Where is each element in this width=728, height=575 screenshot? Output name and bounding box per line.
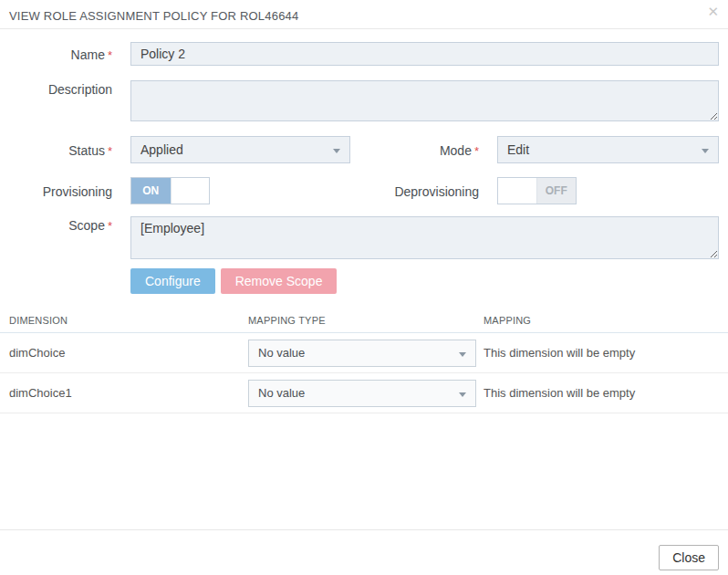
mapping-value: This dimension will be empty (484, 346, 719, 360)
required-asterisk: * (474, 144, 479, 158)
mapping-type-selected-value: No value (258, 346, 305, 360)
scope-row: Scope* [Employee] (0, 216, 719, 259)
close-button[interactable]: Close (659, 545, 719, 570)
status-mode-row: Status* Applied Mode* Edit (0, 136, 719, 163)
description-label: Description (0, 80, 112, 97)
required-asterisk: * (108, 48, 112, 62)
toggle-knob (498, 178, 537, 204)
required-asterisk: * (108, 219, 112, 233)
mode-label: Mode* (369, 141, 479, 158)
table-row: dimChoice1 No value This dimension will … (0, 373, 728, 413)
provisioning-row: Provisioning ON Deprovisioning OFF (0, 177, 719, 204)
mapping-type-selected-value: No value (258, 386, 305, 400)
scope-label: Scope* (0, 216, 112, 233)
dimension-name: dimChoice (9, 346, 248, 360)
chevron-down-icon (459, 392, 466, 397)
role-assignment-policy-modal: VIEW ROLE ASSIGNMENT POLICY FOR ROL46644… (0, 0, 728, 575)
remove-scope-button[interactable]: Remove Scope (221, 268, 338, 294)
toggle-on-label: ON (131, 178, 171, 204)
name-label: Name* (0, 46, 112, 62)
mapping-type-select[interactable]: No value (248, 340, 476, 367)
mapping-value: This dimension will be empty (484, 386, 719, 400)
toggle-knob (171, 178, 210, 204)
column-header-dimension: DIMENSION (9, 315, 248, 326)
description-row: Description (0, 80, 719, 121)
column-header-mapping-type: MAPPING TYPE (248, 315, 484, 326)
chevron-down-icon (702, 149, 709, 153)
mode-selected-value: Edit (507, 142, 529, 157)
status-select[interactable]: Applied (130, 136, 350, 163)
description-textarea[interactable] (130, 80, 719, 121)
chevron-down-icon (333, 149, 340, 153)
scope-textarea[interactable]: [Employee] (130, 216, 719, 259)
mapping-type-select[interactable]: No value (248, 380, 476, 407)
table-header: DIMENSION MAPPING TYPE MAPPING (0, 308, 728, 333)
policy-form: Name* Description Status* Applied Mode* … (0, 29, 728, 294)
modal-footer: Close (0, 529, 728, 575)
deprovisioning-label: Deprovisioning (369, 183, 479, 199)
status-label: Status* (0, 141, 112, 158)
close-icon[interactable]: ✕ (707, 4, 719, 20)
deprovisioning-toggle[interactable]: OFF (497, 177, 577, 204)
column-header-mapping: MAPPING (484, 315, 719, 326)
table-row: dimChoice No value This dimension will b… (0, 333, 728, 373)
configure-button[interactable]: Configure (130, 268, 215, 294)
dimension-name: dimChoice1 (9, 386, 248, 400)
name-row: Name* (0, 42, 719, 66)
modal-header: VIEW ROLE ASSIGNMENT POLICY FOR ROL46644… (0, 0, 728, 29)
mode-select[interactable]: Edit (497, 136, 719, 163)
modal-title: VIEW ROLE ASSIGNMENT POLICY FOR ROL46644 (9, 9, 719, 23)
scope-buttons: Configure Remove Scope (130, 268, 719, 294)
name-input[interactable] (130, 42, 719, 66)
provisioning-toggle[interactable]: ON (130, 177, 210, 204)
toggle-off-label: OFF (537, 178, 577, 204)
provisioning-label: Provisioning (0, 183, 112, 199)
status-selected-value: Applied (140, 142, 183, 157)
dimensions-table: DIMENSION MAPPING TYPE MAPPING dimChoice… (0, 308, 728, 413)
chevron-down-icon (459, 352, 466, 357)
required-asterisk: * (108, 144, 112, 158)
